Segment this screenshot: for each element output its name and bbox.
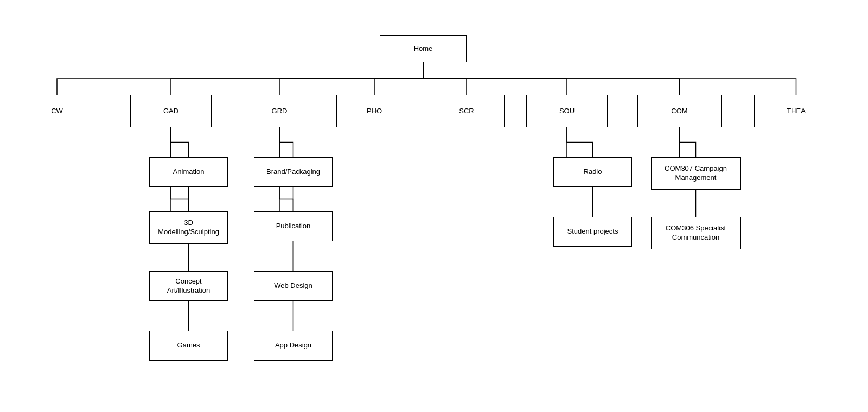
- node-sou[interactable]: SOU: [526, 95, 608, 127]
- node-brand[interactable]: Brand/Packaging: [254, 157, 333, 187]
- node-radio[interactable]: Radio: [553, 157, 632, 187]
- node-publication[interactable]: Publication: [254, 211, 333, 241]
- node-webdesign[interactable]: Web Design: [254, 271, 333, 301]
- node-com307[interactable]: COM307 CampaignManagement: [651, 157, 741, 190]
- node-home[interactable]: Home: [380, 35, 467, 62]
- node-cw[interactable]: CW: [22, 95, 92, 127]
- node-appdesign[interactable]: App Design: [254, 331, 333, 360]
- node-games[interactable]: Games: [149, 331, 228, 360]
- node-com[interactable]: COM: [637, 95, 722, 127]
- node-gad[interactable]: GAD: [130, 95, 212, 127]
- node-com306[interactable]: COM306 SpecialistCommuncation: [651, 217, 741, 249]
- node-pho[interactable]: PHO: [336, 95, 412, 127]
- node-grd[interactable]: GRD: [239, 95, 320, 127]
- node-scr[interactable]: SCR: [429, 95, 505, 127]
- node-animation[interactable]: Animation: [149, 157, 228, 187]
- tree-container: HomeCWGADGRDPHOSCRSOUCOMTHEAAnimation3DM…: [0, 0, 868, 412]
- node-thea[interactable]: THEA: [754, 95, 838, 127]
- node-studentprojects[interactable]: Student projects: [553, 217, 632, 247]
- node-concept[interactable]: ConceptArt/Illustration: [149, 271, 228, 301]
- node-modelling[interactable]: 3DModelling/Sculpting: [149, 211, 228, 244]
